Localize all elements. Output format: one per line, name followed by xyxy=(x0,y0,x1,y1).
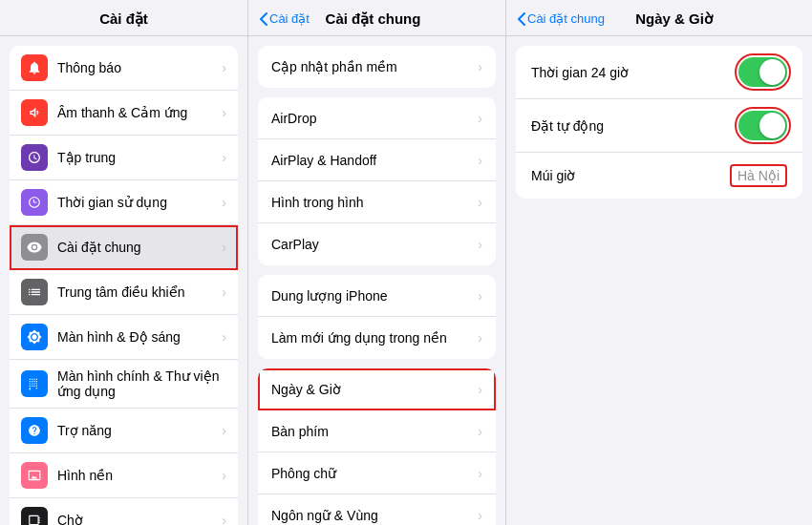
right-panel: Cài đặt chung Ngày & Giờ Thời gian 24 gi… xyxy=(506,0,812,525)
trungtam-label: Trung tâm điều khiển xyxy=(57,284,222,300)
right-row-muigi[interactable]: Múi giờHà Nội xyxy=(516,153,802,199)
mid-item-lammoi[interactable]: Làm mới ứng dụng trong nền› xyxy=(258,317,496,359)
trungtam-icon xyxy=(21,279,48,305)
mid-item-label-ngonngu: Ngôn ngữ & Vùng xyxy=(271,508,478,523)
middle-group-2: Dung lượng iPhone›Làm mới ứng dụng trong… xyxy=(258,275,496,359)
middle-group-3: Ngày & Giờ›Bàn phím›Phông chữ›Ngôn ngữ &… xyxy=(258,368,496,525)
middle-back-label: Cài đặt xyxy=(269,11,310,26)
left-item-thongbao[interactable]: Thông báo› xyxy=(10,46,238,91)
left-item-manhinhdosang[interactable]: Màn hình & Độ sáng› xyxy=(10,315,238,360)
chevron-icon: › xyxy=(478,111,482,126)
right-panel-title: Ngày & Giờ xyxy=(605,10,743,28)
mid-item-ngaygio[interactable]: Ngày & Giờ› xyxy=(258,368,496,410)
left-items-list: Thông báo›Âm thanh & Cảm ứng›Tập trung›T… xyxy=(0,46,247,525)
mid-item-phongchu[interactable]: Phông chữ› xyxy=(258,452,496,494)
left-item-taptrung[interactable]: Tập trung› xyxy=(10,136,238,180)
chevron-icon: › xyxy=(478,237,482,252)
left-item-trungtam[interactable]: Trung tâm điều khiển› xyxy=(10,270,238,315)
mid-item-label-dungluong: Dung lượng iPhone xyxy=(271,288,478,304)
mid-item-label-lammoi: Làm mới ứng dụng trong nền xyxy=(271,330,478,346)
thoigian-icon xyxy=(21,189,48,216)
left-item-manhinhchinh[interactable]: Màn hình chính & Thư viện ứng dụng xyxy=(10,360,238,409)
thongbao-label: Thông báo xyxy=(57,60,222,75)
middle-panel-title: Cài đặt chung xyxy=(310,10,437,28)
chevron-icon: › xyxy=(222,284,226,300)
right-back-label: Cài đặt chung xyxy=(527,11,605,26)
middle-group-0: Cập nhật phần mềm› xyxy=(258,46,496,88)
amthanh-icon xyxy=(21,99,48,126)
mid-item-ngonngu[interactable]: Ngôn ngữ & Vùng› xyxy=(258,494,496,525)
middle-back-button[interactable]: Cài đặt xyxy=(260,11,310,26)
chevron-icon: › xyxy=(222,150,226,165)
left-item-caidatchung[interactable]: Cài đặt chung› xyxy=(10,225,238,270)
left-item-amthanh[interactable]: Âm thanh & Cảm ứng› xyxy=(10,91,238,136)
manhinhchinh-icon xyxy=(21,370,48,397)
chevron-icon: › xyxy=(222,513,226,525)
chevron-icon: › xyxy=(222,423,226,438)
mid-item-airplay[interactable]: AirPlay & Handoff› xyxy=(258,139,496,181)
left-item-cho[interactable]: Chờ› xyxy=(10,498,238,525)
mid-item-label-phongchu: Phông chữ xyxy=(271,466,478,481)
left-item-thoigian[interactable]: Thời gian sử dụng› xyxy=(10,180,238,225)
mid-item-label-airdrop: AirDrop xyxy=(271,111,478,126)
thoigian-label: Thời gian sử dụng xyxy=(57,195,222,210)
taptrung-label: Tập trung xyxy=(57,150,222,165)
mid-item-label-ngaygio: Ngày & Giờ xyxy=(271,382,478,397)
hinhnen-icon xyxy=(21,462,48,489)
toggle-dattudong[interactable] xyxy=(738,111,787,140)
middle-group-1: AirDrop›AirPlay & Handoff›Hình trong hìn… xyxy=(258,97,496,265)
mid-item-label-capnhat: Cập nhật phần mềm xyxy=(271,59,478,74)
chevron-icon: › xyxy=(222,195,226,210)
mid-item-label-banphim: Bàn phím xyxy=(271,424,478,439)
chevron-icon: › xyxy=(478,466,482,481)
right-row-label-muigi: Múi giờ xyxy=(531,168,575,183)
cho-label: Chờ xyxy=(57,513,222,525)
thongbao-icon xyxy=(21,54,48,81)
mid-item-banphim[interactable]: Bàn phím› xyxy=(258,410,496,452)
mid-item-dungluong[interactable]: Dung lượng iPhone› xyxy=(258,275,496,317)
middle-nav-bar: Cài đặt Cài đặt chung xyxy=(248,0,505,36)
toggle-thoigian24[interactable] xyxy=(738,57,787,87)
chevron-icon: › xyxy=(478,424,482,439)
right-rows-group: Thời gian 24 giờĐặt tự độngMúi giờHà Nội xyxy=(516,46,802,199)
mid-item-label-airplay: AirPlay & Handoff xyxy=(271,153,478,168)
middle-panel: Cài đặt Cài đặt chung Cập nhật phần mềm›… xyxy=(248,0,506,525)
right-row-label-dattudong: Đặt tự động xyxy=(531,118,604,134)
toggle-thumb xyxy=(759,113,785,138)
right-nav-bar: Cài đặt chung Ngày & Giờ xyxy=(506,0,812,36)
caidatchung-icon xyxy=(21,234,48,261)
chevron-icon: › xyxy=(222,60,226,75)
chevron-icon: › xyxy=(478,288,482,304)
manhinhdosang-icon xyxy=(21,324,48,350)
right-row-label-thoigian24: Thời gian 24 giờ xyxy=(531,65,629,80)
mid-item-carplay[interactable]: CarPlay› xyxy=(258,223,496,265)
manhinhdosang-label: Màn hình & Độ sáng xyxy=(57,329,222,345)
left-item-hinhnen[interactable]: Hình nền› xyxy=(10,453,238,498)
chevron-icon: › xyxy=(478,153,482,168)
chevron-icon: › xyxy=(478,195,482,210)
tronang-icon xyxy=(21,417,48,444)
mid-item-hinhtronghinh[interactable]: Hình trong hình› xyxy=(258,181,496,223)
left-nav-bar: Cài đặt xyxy=(0,0,247,36)
chevron-icon: › xyxy=(222,329,226,345)
chevron-icon: › xyxy=(478,330,482,346)
chevron-icon: › xyxy=(222,240,226,255)
left-panel-title: Cài đặt xyxy=(11,10,236,28)
manhinhchinh-label: Màn hình chính & Thư viện ứng dụng xyxy=(57,368,226,399)
chevron-icon: › xyxy=(478,59,482,74)
mid-item-airdrop[interactable]: AirDrop› xyxy=(258,97,496,139)
chevron-icon: › xyxy=(478,508,482,523)
left-item-tronang[interactable]: Trợ năng› xyxy=(10,409,238,453)
caidatchung-label: Cài đặt chung xyxy=(57,240,222,255)
amthanh-label: Âm thanh & Cảm ứng xyxy=(57,105,222,120)
right-row-dattudong[interactable]: Đặt tự động xyxy=(516,99,802,153)
chevron-icon: › xyxy=(478,382,482,397)
tronang-label: Trợ năng xyxy=(57,423,222,438)
right-row-thoigian24[interactable]: Thời gian 24 giờ xyxy=(516,46,802,99)
mid-item-capnhat[interactable]: Cập nhật phần mềm› xyxy=(258,46,496,88)
mid-item-label-carplay: CarPlay xyxy=(271,237,478,252)
left-panel: Cài đặt Thông báo›Âm thanh & Cảm ứng›Tập… xyxy=(0,0,248,525)
taptrung-icon xyxy=(21,144,48,171)
chevron-icon: › xyxy=(222,468,226,483)
right-back-button[interactable]: Cài đặt chung xyxy=(518,11,605,26)
